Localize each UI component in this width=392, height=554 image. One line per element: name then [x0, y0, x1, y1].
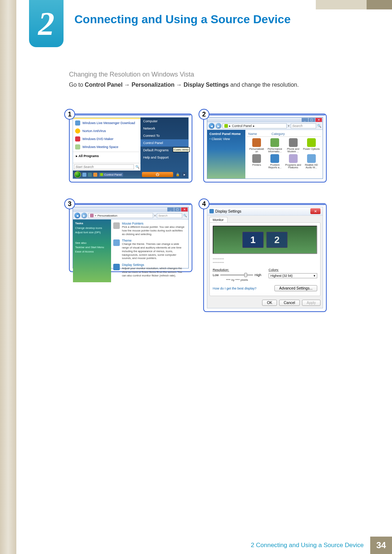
- start-menu-item[interactable]: Connect To: [140, 132, 189, 139]
- back-button[interactable]: ◄: [74, 213, 80, 218]
- advanced-settings-button[interactable]: Advanced Settings...: [274, 285, 317, 291]
- help-link[interactable]: How do I get the best display?: [213, 287, 257, 290]
- slider-thumb[interactable]: [244, 273, 247, 277]
- sidebar-heading: Tasks: [75, 222, 109, 225]
- label: Colors:: [269, 268, 317, 272]
- label: All Programs: [78, 154, 99, 158]
- quicklaunch-icon[interactable]: [82, 173, 86, 177]
- breadcrumb[interactable]: ▸ Control Panel ▸: [222, 123, 287, 128]
- maximize-button[interactable]: ▢: [309, 118, 315, 122]
- select-value: Highest (32 bit): [270, 274, 293, 278]
- tab-monitor[interactable]: Monitor: [209, 217, 228, 222]
- label: Windows Live Messenger Download: [82, 121, 135, 125]
- maximize-button[interactable]: ▢: [174, 208, 181, 212]
- search-input[interactable]: Search: [157, 213, 182, 218]
- back-button[interactable]: ◄: [209, 123, 215, 129]
- section-instruction: Go to Control Panel → Personalization → …: [69, 82, 299, 88]
- start-search-input[interactable]: [74, 164, 134, 169]
- step-panel-1: 1 Windows Live Messenger Download Norton…: [69, 114, 192, 182]
- app-icon: [289, 154, 298, 163]
- minimize-button[interactable]: _: [302, 118, 308, 122]
- cp-icon[interactable]: Realtek HD Audio M...: [303, 154, 320, 169]
- cp-icon[interactable]: Problem Reports a...: [266, 154, 283, 169]
- display-settings-content: 1 2 ********** ********** Resolution: Lo…: [209, 222, 320, 296]
- cp-icon[interactable]: Phone and Modem ...: [285, 138, 302, 153]
- close-button[interactable]: ✕: [310, 208, 320, 214]
- personalization-item[interactable]: ThemeChange the theme. Themes can change…: [113, 239, 186, 260]
- placeholder: Search: [292, 124, 303, 128]
- label: Resolution:: [213, 268, 261, 272]
- step-badge: 1: [64, 109, 75, 120]
- monitor-icon: [209, 209, 214, 213]
- quicklaunch-icon[interactable]: [88, 173, 92, 177]
- close-button[interactable]: ✕: [315, 118, 322, 122]
- sidebar-link[interactable]: Adjust font size (DPI): [75, 231, 109, 234]
- minimize-button[interactable]: _: [167, 208, 174, 212]
- lock-button[interactable]: 🔒: [174, 172, 181, 177]
- personalization-item[interactable]: Mouse PointersPick a different mouse poi…: [113, 222, 186, 236]
- cp-icon[interactable]: Programs and Features: [285, 154, 302, 169]
- shutdown-menu-button[interactable]: ▸: [182, 172, 187, 177]
- vista-start-menu: Windows Live Messenger Download Norton A…: [73, 117, 189, 179]
- forward-button[interactable]: ►: [81, 213, 87, 218]
- personalization-window: _ ▢ ✕ ◄ ► « Personalization ▾ Search 🔍 T…: [73, 207, 189, 268]
- item-desc: Pick a different mouse pointer. You can …: [122, 225, 186, 236]
- power-button[interactable]: ⏻: [142, 172, 173, 177]
- start-orb-icon[interactable]: [74, 171, 81, 178]
- icon-label: Personalizati on: [248, 148, 265, 153]
- start-menu-item[interactable]: Default Programs Custo remo: [140, 147, 189, 154]
- path-part: Personalization: [132, 82, 175, 88]
- quicklaunch-icon[interactable]: [93, 173, 97, 177]
- theme-icon: [113, 239, 120, 246]
- monitor-2[interactable]: 2: [266, 232, 287, 248]
- start-menu-item[interactable]: Computer: [140, 118, 189, 125]
- address-bar: ◄ ► ▸ Control Panel ▸ ▾ Search 🔍: [207, 122, 323, 130]
- cp-icon[interactable]: Printers: [248, 154, 265, 169]
- window-titlebar: Display Settings ✕: [207, 207, 323, 216]
- cp-icon-personalization[interactable]: Personalizati on: [248, 138, 265, 153]
- breadcrumb-text: Control Panel: [232, 124, 252, 128]
- start-menu-item[interactable]: Network: [140, 125, 189, 132]
- control-panel-window: _ ▢ ✕ ◄ ► ▸ Control Panel ▸ ▾ Search 🔍 C…: [207, 117, 323, 179]
- start-menu-item[interactable]: Windows Meeting Space: [73, 143, 140, 151]
- start-menu-item[interactable]: Norton AntiVirus: [73, 127, 140, 135]
- cp-icon[interactable]: Power Options: [303, 138, 320, 153]
- sidebar-item-classic-view[interactable]: Classic View: [209, 137, 243, 141]
- close-button[interactable]: ✕: [181, 208, 188, 212]
- resolution-slider[interactable]: Low High: [213, 273, 261, 277]
- cp-icon[interactable]: Performance Informatio...: [266, 138, 283, 153]
- window-titlebar: _ ▢ ✕: [207, 118, 323, 122]
- column-header[interactable]: Name: [248, 132, 257, 136]
- monitor-icon: [113, 264, 120, 270]
- monitor-preview: 1 2: [213, 226, 317, 254]
- start-menu-item-control-panel[interactable]: Control Panel: [140, 139, 189, 147]
- sidebar-link[interactable]: Change desktop icons: [75, 226, 109, 230]
- monitor-1[interactable]: 1: [242, 232, 264, 248]
- search-icon: 🔍: [183, 214, 187, 217]
- sidebar-link[interactable]: Ease of Access: [75, 250, 109, 253]
- icon-label: Performance Informatio...: [266, 148, 283, 153]
- start-menu-item[interactable]: Windows DVD Maker: [73, 135, 140, 143]
- cancel-button[interactable]: Cancel: [279, 300, 300, 306]
- start-menu-item[interactable]: Help and Support: [140, 154, 189, 161]
- personalization-item-display-settings[interactable]: Display SettingsAdjust your monitor reso…: [113, 263, 186, 277]
- folder-icon: [90, 214, 94, 217]
- all-programs[interactable]: ▸ All Programs: [73, 153, 140, 159]
- breadcrumb-text: Personalization: [97, 214, 117, 217]
- breadcrumb[interactable]: « Personalization: [88, 213, 153, 218]
- txt: **********: [213, 258, 317, 261]
- sidebar-link[interactable]: Taskbar and Start Menu: [75, 246, 109, 249]
- start-menu-item[interactable]: Windows Live Messenger Download: [73, 119, 140, 127]
- apply-button[interactable]: Apply: [302, 300, 320, 306]
- icon-label: Programs and Features: [285, 164, 302, 169]
- sidebar-item-home[interactable]: Control Panel Home: [209, 132, 243, 136]
- ok-button[interactable]: OK: [262, 300, 277, 306]
- column-header[interactable]: Category: [271, 132, 285, 136]
- taskbar-task[interactable]: Control Panel: [99, 173, 123, 177]
- search-input[interactable]: Search: [291, 123, 316, 128]
- colors-select[interactable]: Highest (32 bit) ▾: [269, 273, 317, 278]
- forward-button[interactable]: ►: [216, 123, 221, 129]
- window-title: Display Settings: [215, 209, 241, 213]
- item-title: Display Settings: [122, 263, 186, 267]
- control-panel-sidebar: Control Panel Home Classic View: [207, 130, 245, 178]
